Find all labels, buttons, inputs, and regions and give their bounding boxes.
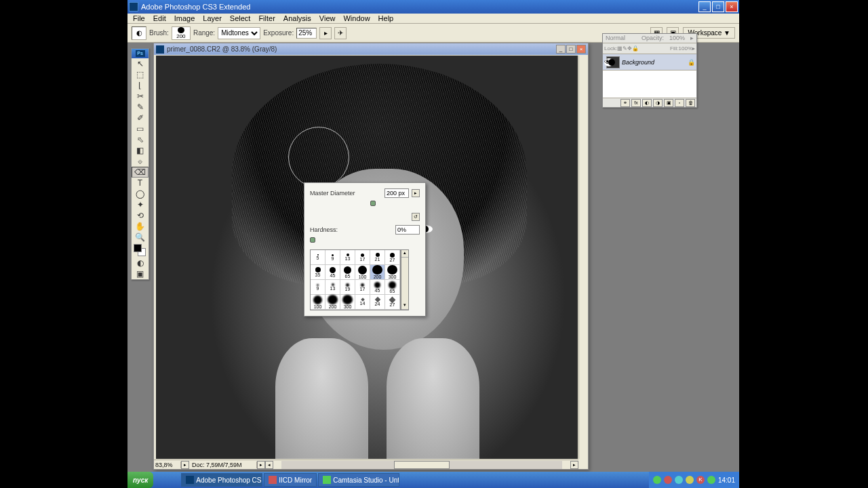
brush-preset-cell[interactable]: 27 (385, 295, 400, 310)
preset-grid-scrollbar[interactable]: ▴ ▾ (401, 249, 409, 310)
brush-preset-cell[interactable]: 27 (385, 250, 400, 265)
brush-preset-cell[interactable]: 200 (370, 265, 385, 280)
taskbar-item-camtasia[interactable]: Camtasia Studio - Unt... (318, 473, 399, 487)
airbrush-toggle-icon[interactable]: ✈ (334, 27, 347, 39)
screen-mode-toggle-icon[interactable]: ▣ (132, 268, 149, 279)
scroll-up-icon[interactable]: ▴ (401, 250, 408, 258)
shape-tool[interactable]: ◯ (132, 188, 149, 199)
new-layer-icon[interactable]: ▫ (675, 99, 684, 107)
brush-preset-picker[interactable]: 200 (172, 26, 191, 40)
taskbar-item-photoshop[interactable]: Adobe Photoshop CS... (181, 473, 262, 487)
layers-empty-area[interactable] (603, 70, 696, 98)
scroll-left-button[interactable]: ◂ (265, 461, 273, 469)
brush-preset-cell[interactable]: 17 (355, 250, 370, 265)
gradient-tool[interactable]: ◧ (132, 145, 149, 156)
menu-select[interactable]: Select (226, 14, 255, 22)
scroll-right-button[interactable]: ▸ (570, 461, 578, 469)
tray-icon-3[interactable] (675, 476, 683, 484)
brush-preset-cell[interactable]: 21 (370, 250, 385, 265)
brush-preset-cell[interactable]: 5 (311, 250, 326, 265)
delete-layer-icon[interactable]: 🗑 (686, 99, 695, 107)
lock-paint-icon[interactable]: ✎ (623, 45, 627, 52)
brush-preset-cell[interactable]: 9 (326, 250, 340, 265)
opacity-value[interactable]: 100% (667, 34, 688, 43)
fill-value[interactable]: 100% (679, 45, 692, 52)
fill-arrow-icon[interactable]: ▸ (692, 45, 695, 52)
tray-icon-2[interactable] (664, 476, 672, 484)
current-tool-icon[interactable]: ◐ (132, 26, 146, 40)
menu-view[interactable]: View (315, 14, 340, 22)
visibility-eye-icon[interactable]: 👁 (604, 58, 614, 66)
menu-filter[interactable]: Filter (254, 14, 279, 22)
brush-preset-cell[interactable]: 14 (355, 295, 370, 310)
fx-icon[interactable]: fx (631, 99, 641, 107)
tray-icon-1[interactable] (653, 476, 661, 484)
doc-close-button[interactable]: × (576, 45, 586, 54)
layer-name[interactable]: Background (622, 59, 688, 66)
group-icon[interactable]: ▣ (664, 99, 673, 107)
stamp-tool[interactable]: ▭ (132, 123, 149, 134)
horizontal-scrollbar[interactable] (281, 461, 562, 469)
brush-preset-cell[interactable]: 13 (326, 280, 340, 295)
tray-icon-6[interactable] (707, 476, 715, 484)
mask-icon[interactable]: ◐ (642, 99, 652, 107)
exposure-input[interactable] (296, 28, 317, 39)
lasso-tool[interactable]: ⌊ (132, 80, 149, 91)
diameter-slider[interactable] (310, 201, 420, 206)
exposure-flyout-icon[interactable]: ▸ (319, 27, 332, 39)
menu-analysis[interactable]: Analysis (279, 14, 315, 22)
zoom-tool[interactable]: 🔍 (132, 232, 149, 243)
start-button[interactable]: пуск (127, 472, 153, 488)
brush-tool[interactable]: ✐ (132, 113, 149, 123)
brush-preset-cell[interactable]: 200 (326, 295, 340, 310)
close-button[interactable]: × (726, 1, 738, 12)
tray-icon-4[interactable] (686, 476, 694, 484)
popup-menu-icon[interactable]: ▸ (412, 189, 420, 197)
blur-tool[interactable]: ⟐ (132, 156, 149, 167)
scroll-down-icon[interactable]: ▾ (401, 302, 408, 310)
brush-preset-cell[interactable]: 19 (340, 280, 355, 295)
quick-mask-icon[interactable]: ◐ (132, 258, 149, 268)
tab-normal[interactable]: Normal (603, 34, 628, 43)
menu-layer[interactable]: Layer (199, 14, 226, 22)
hardness-input[interactable] (395, 225, 420, 235)
type-tool[interactable]: T (132, 178, 149, 188)
layer-row[interactable]: 👁 Background 🔒 (603, 54, 696, 70)
brush-preset-cell[interactable]: 45 (326, 265, 340, 280)
history-brush-tool[interactable]: ⬁ (132, 134, 149, 145)
crop-tool[interactable]: ✂ (132, 91, 149, 102)
menu-image[interactable]: Image (170, 14, 199, 22)
doc-info[interactable]: Doc: 7,59M/7,59M (189, 462, 257, 468)
clock[interactable]: 14:01 (718, 476, 735, 484)
slice-tool[interactable]: ✎ (132, 102, 149, 113)
rotate-tool[interactable]: ⟲ (132, 210, 149, 221)
link-layers-icon[interactable]: ⚭ (620, 99, 630, 107)
menu-help[interactable]: Help (374, 14, 398, 22)
doc-maximize-button[interactable]: □ (566, 45, 576, 54)
doc-minimize-button[interactable]: _ (556, 45, 566, 54)
vertical-scrollbar[interactable] (578, 56, 588, 459)
brush-preset-cell[interactable]: 300 (385, 265, 400, 280)
tray-icon-5[interactable]: K (696, 476, 705, 484)
document-titlebar[interactable]: primer_0088.CR2 @ 83.8% (Gray/8) _ □ × (154, 43, 588, 55)
lock-trans-icon[interactable]: ▦ (617, 45, 623, 52)
brush-preset-cell[interactable]: 45 (370, 280, 385, 295)
brush-preset-cell[interactable]: 13 (340, 250, 355, 265)
info-arrow-icon[interactable]: ▸ (257, 461, 265, 469)
minimize-button[interactable]: _ (698, 1, 711, 12)
zoom-arrow-icon[interactable]: ▸ (181, 461, 189, 469)
menu-window[interactable]: Window (339, 14, 374, 22)
brush-preset-cell[interactable]: 65 (385, 280, 400, 295)
brush-preset-cell[interactable]: 65 (340, 265, 355, 280)
menu-edit[interactable]: Edit (149, 14, 170, 22)
lock-move-icon[interactable]: ✥ (627, 45, 632, 52)
toolbox-header[interactable]: Ps (132, 49, 149, 58)
move-tool[interactable]: ↖ (132, 58, 149, 69)
hand-tool[interactable]: ✋ (132, 221, 149, 232)
brush-preset-cell[interactable]: 17 (355, 280, 370, 295)
foreground-color[interactable] (134, 244, 142, 252)
brush-preset-cell[interactable]: 300 (340, 295, 355, 310)
brush-preset-cell[interactable]: 24 (370, 295, 385, 310)
menu-file[interactable]: File (129, 14, 149, 22)
dodge-tool[interactable]: ⌫ (132, 167, 149, 178)
